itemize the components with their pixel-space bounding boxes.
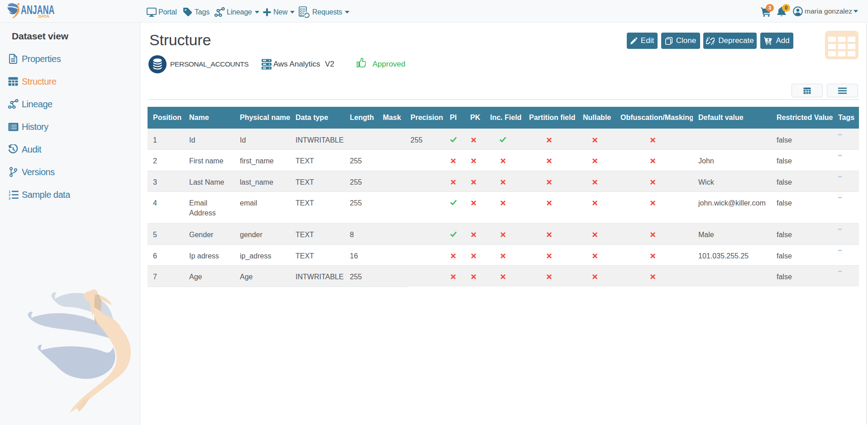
svg-text:ANJANA: ANJANA (21, 3, 55, 17)
svg-text:1: 1 (9, 190, 10, 193)
svg-text:2: 2 (9, 193, 10, 196)
svg-text:DATA: DATA (38, 14, 50, 19)
svg-text:3: 3 (9, 196, 10, 199)
